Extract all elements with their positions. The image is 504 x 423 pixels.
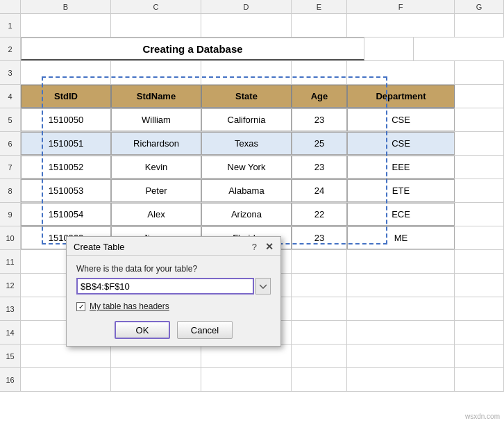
- col-header-b[interactable]: B: [21, 0, 111, 13]
- cell-f6[interactable]: CSE: [347, 132, 455, 155]
- ok-button[interactable]: OK: [115, 321, 170, 339]
- cell-b15[interactable]: [21, 345, 111, 367]
- cell-c4[interactable]: StdName: [111, 85, 201, 108]
- cell-e7[interactable]: 23: [292, 156, 347, 179]
- cell-f11[interactable]: [347, 250, 455, 273]
- help-button[interactable]: ?: [252, 242, 257, 252]
- row-num: 13: [0, 297, 21, 320]
- cell-f7[interactable]: EEE: [347, 156, 455, 179]
- cell-e14[interactable]: [292, 321, 347, 344]
- cell-g10[interactable]: [455, 226, 504, 249]
- cell-f12[interactable]: [347, 274, 455, 297]
- cell-b9[interactable]: 1510054: [21, 203, 111, 226]
- cell-b8[interactable]: 1510053: [21, 179, 111, 202]
- cell-d9[interactable]: Arizona: [201, 203, 292, 226]
- cell-g9[interactable]: [455, 203, 504, 226]
- cell-b16[interactable]: [21, 368, 111, 391]
- cell-g11[interactable]: [455, 250, 504, 273]
- cell-e4[interactable]: Age: [292, 85, 347, 108]
- cell-e15[interactable]: [292, 345, 347, 367]
- cell-e1[interactable]: [292, 14, 347, 37]
- cell-d7[interactable]: New York: [201, 156, 292, 179]
- cell-e13[interactable]: [292, 297, 347, 320]
- col-header-e[interactable]: E: [292, 0, 347, 13]
- row-num: 10: [0, 226, 21, 249]
- cell-g6[interactable]: [455, 132, 504, 155]
- cell-g3[interactable]: [455, 61, 504, 84]
- cell-g7[interactable]: [455, 156, 504, 179]
- cancel-button[interactable]: Cancel: [177, 321, 233, 339]
- cell-d3[interactable]: [201, 61, 292, 84]
- cell-d15[interactable]: [201, 345, 292, 367]
- cell-g14[interactable]: [455, 321, 504, 344]
- cell-b1[interactable]: [21, 14, 111, 37]
- table-range-input[interactable]: [76, 278, 254, 295]
- cell-f14[interactable]: [347, 321, 455, 344]
- cell-f13[interactable]: [347, 297, 455, 320]
- cell-c9[interactable]: Alex: [111, 203, 201, 226]
- cell-d5[interactable]: California: [201, 108, 292, 131]
- cell-e8[interactable]: 24: [292, 179, 347, 202]
- cell-f15[interactable]: [347, 345, 455, 367]
- cell-f3[interactable]: [347, 61, 455, 84]
- cell-g2[interactable]: [364, 38, 414, 60]
- cell-g5[interactable]: [455, 108, 504, 131]
- cell-e3[interactable]: [292, 61, 347, 84]
- cell-g16[interactable]: [455, 368, 504, 391]
- cell-b6[interactable]: 1510051: [21, 132, 111, 155]
- col-header-d[interactable]: D: [201, 0, 292, 13]
- cell-e10[interactable]: 23: [292, 226, 347, 249]
- cell-f8[interactable]: ETE: [347, 179, 455, 202]
- cell-d6[interactable]: Texas: [201, 132, 292, 155]
- cell-c16[interactable]: [111, 368, 201, 391]
- cell-g15[interactable]: [455, 345, 504, 367]
- cell-e6[interactable]: 25: [292, 132, 347, 155]
- range-select-button[interactable]: [255, 278, 271, 295]
- dialog-controls: ? ✕: [252, 241, 274, 252]
- cell-f10[interactable]: ME: [347, 226, 455, 249]
- cell-d1[interactable]: [201, 14, 292, 37]
- cell-b7[interactable]: 1510052: [21, 156, 111, 179]
- close-button[interactable]: ✕: [265, 241, 274, 252]
- cell-g4[interactable]: [455, 85, 504, 108]
- row-num: 5: [0, 108, 21, 131]
- cell-f9[interactable]: ECE: [347, 203, 455, 226]
- headers-checkbox[interactable]: ✓: [76, 302, 85, 311]
- cell-e11[interactable]: [292, 250, 347, 273]
- cell-f4[interactable]: Department: [347, 85, 455, 108]
- cell-e5[interactable]: 23: [292, 108, 347, 131]
- cell-e16[interactable]: [292, 368, 347, 391]
- column-headers: B C D E F G: [0, 0, 504, 14]
- cell-g13[interactable]: [455, 297, 504, 320]
- col-header-g[interactable]: G: [455, 0, 504, 13]
- cell-c7[interactable]: Kevin: [111, 156, 201, 179]
- cell-g8[interactable]: [455, 179, 504, 202]
- cell-g12[interactable]: [455, 274, 504, 297]
- col-header-c[interactable]: C: [111, 0, 201, 13]
- cell-e12[interactable]: [292, 274, 347, 297]
- dialog-title: Create Table: [74, 242, 124, 252]
- cell-b3[interactable]: [21, 61, 111, 84]
- create-table-dialog[interactable]: Create Table ? ✕ Where is the data for y…: [66, 236, 281, 347]
- checkbox-label: My table has headers: [90, 301, 169, 311]
- cell-e9[interactable]: 22: [292, 203, 347, 226]
- cell-d4[interactable]: State: [201, 85, 292, 108]
- col-header-f[interactable]: F: [347, 0, 455, 13]
- cell-b4[interactable]: StdID: [21, 85, 111, 108]
- checkbox-row: ✓ My table has headers: [76, 301, 271, 311]
- cell-f1[interactable]: [347, 14, 455, 37]
- cell-f16[interactable]: [347, 368, 455, 391]
- cell-c3[interactable]: [111, 61, 201, 84]
- cell-c15[interactable]: [111, 345, 201, 367]
- cell-g1[interactable]: [455, 14, 504, 37]
- cell-c1[interactable]: [111, 14, 201, 37]
- cell-d8[interactable]: Alabama: [201, 179, 292, 202]
- cell-title[interactable]: Creating a Database: [21, 38, 364, 60]
- watermark: wsxdn.com: [465, 413, 500, 420]
- cell-c5[interactable]: William: [111, 108, 201, 131]
- cell-c8[interactable]: Peter: [111, 179, 201, 202]
- cell-c6[interactable]: Richardson: [111, 132, 201, 155]
- cell-d16[interactable]: [201, 368, 292, 391]
- cell-f5[interactable]: CSE: [347, 108, 455, 131]
- cell-b5[interactable]: 1510050: [21, 108, 111, 131]
